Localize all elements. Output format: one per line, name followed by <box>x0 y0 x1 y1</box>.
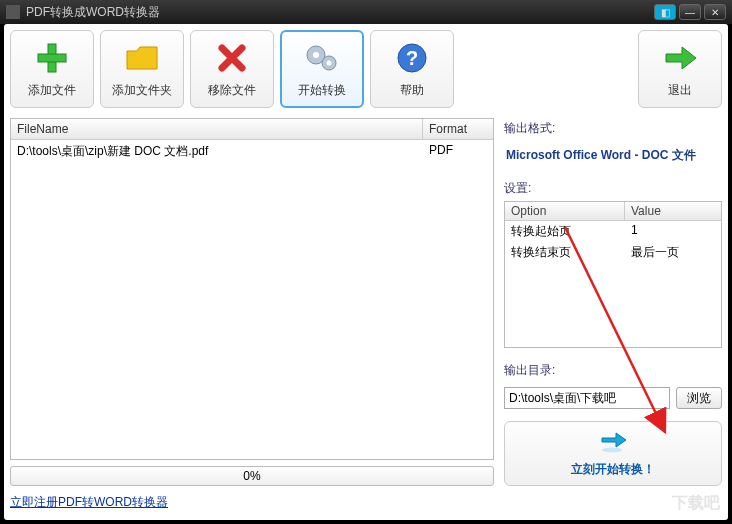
column-header-option[interactable]: Option <box>505 202 625 220</box>
minimize-button[interactable]: — <box>679 4 701 20</box>
progress-bar: 0% <box>10 466 494 486</box>
table-row[interactable]: 转换结束页 最后一页 <box>505 242 721 263</box>
start-now-button[interactable]: 立刻开始转换！ <box>504 421 722 486</box>
column-header-format[interactable]: Format <box>423 119 493 139</box>
help-label: 帮助 <box>400 82 424 99</box>
start-convert-label: 开始转换 <box>298 82 346 99</box>
output-dir-input[interactable] <box>504 387 670 409</box>
cell-value: 最后一页 <box>625 242 721 263</box>
svg-rect-1 <box>38 54 66 62</box>
svg-point-9 <box>602 447 622 452</box>
output-dir-label: 输出目录: <box>504 362 722 379</box>
output-format-label: 输出格式: <box>504 120 722 137</box>
start-convert-button[interactable]: 开始转换 <box>280 30 364 108</box>
settings-label: 设置: <box>504 180 722 197</box>
settings-table[interactable]: Option Value 转换起始页 1 转换结束页 最后一页 <box>504 201 722 348</box>
cell-format: PDF <box>423 140 493 163</box>
table-row[interactable]: D:\tools\桌面\zip\新建 DOC 文档.pdf PDF <box>11 140 493 163</box>
add-file-button[interactable]: 添加文件 <box>10 30 94 108</box>
cell-filename: D:\tools\桌面\zip\新建 DOC 文档.pdf <box>11 140 423 163</box>
progress-text: 0% <box>243 469 260 483</box>
table-row[interactable]: 转换起始页 1 <box>505 221 721 242</box>
titlebar: PDF转换成WORD转换器 ◧ — ✕ <box>0 0 732 24</box>
remove-label: 移除文件 <box>208 82 256 99</box>
arrow-right-icon <box>662 40 698 76</box>
help-button[interactable]: ? 帮助 <box>370 30 454 108</box>
svg-point-5 <box>327 60 332 65</box>
cell-option: 转换结束页 <box>505 242 625 263</box>
help-icon: ? <box>394 40 430 76</box>
exit-button[interactable]: 退出 <box>638 30 722 108</box>
cell-option: 转换起始页 <box>505 221 625 242</box>
plus-icon <box>34 40 70 76</box>
column-header-filename[interactable]: FileName <box>11 119 423 139</box>
svg-text:?: ? <box>406 47 418 69</box>
gears-icon <box>304 40 340 76</box>
add-folder-button[interactable]: 添加文件夹 <box>100 30 184 108</box>
folder-icon <box>124 40 160 76</box>
column-header-value[interactable]: Value <box>625 202 721 220</box>
register-link[interactable]: 立即注册PDF转WORD转换器 <box>10 495 168 509</box>
window-title: PDF转换成WORD转换器 <box>26 4 160 21</box>
add-folder-label: 添加文件夹 <box>112 82 172 99</box>
output-format-value[interactable]: Microsoft Office Word - DOC 文件 <box>504 141 722 170</box>
browse-button[interactable]: 浏览 <box>676 387 722 409</box>
exit-label: 退出 <box>668 82 692 99</box>
svg-point-3 <box>313 52 319 58</box>
start-now-label: 立刻开始转换！ <box>571 461 655 478</box>
file-table[interactable]: FileName Format D:\tools\桌面\zip\新建 DOC 文… <box>10 118 494 460</box>
x-icon <box>214 40 250 76</box>
remove-button[interactable]: 移除文件 <box>190 30 274 108</box>
theme-button[interactable]: ◧ <box>654 4 676 20</box>
toolbar: 添加文件 添加文件夹 移除文件 开始转换 <box>10 30 722 110</box>
close-button[interactable]: ✕ <box>704 4 726 20</box>
convert-icon <box>598 430 628 457</box>
cell-value: 1 <box>625 221 721 242</box>
add-file-label: 添加文件 <box>28 82 76 99</box>
app-icon <box>6 5 20 19</box>
